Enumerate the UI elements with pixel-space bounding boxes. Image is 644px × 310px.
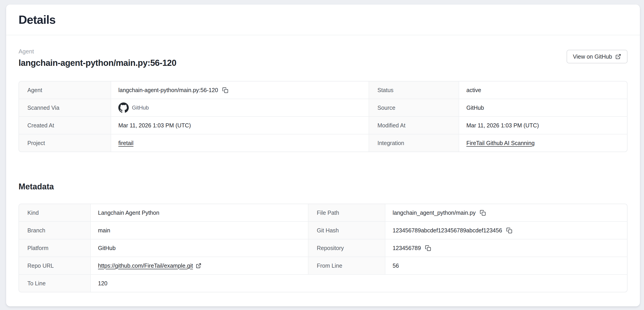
- row-value: GitHub: [132, 104, 149, 111]
- row-value-link[interactable]: FireTail Github AI Scanning: [466, 140, 535, 146]
- row-value-cell: 123456789abcdef123456789abcdef123456: [385, 222, 627, 239]
- row-label: Scanned Via: [19, 99, 111, 116]
- row-value: langchain-agent-python/main.py:56-120: [118, 87, 218, 94]
- row-value-cell: https://github.com/FireTail/example.git: [90, 257, 308, 274]
- row-label: Modified At: [368, 117, 459, 134]
- row-label: Agent: [19, 82, 111, 99]
- copy-icon[interactable]: [480, 210, 486, 216]
- row-label: From Line: [308, 257, 385, 274]
- row-value-cell: Mar 11, 2026 1:03 PM (UTC): [459, 117, 627, 134]
- row-value-cell: 56: [385, 257, 627, 274]
- row-value-cell: main: [90, 222, 308, 239]
- row-value-cell: GitHub: [459, 99, 627, 116]
- summary-row: Agent langchain-agent-python/main.py:56-…: [18, 48, 628, 68]
- row-label: File Path: [308, 204, 385, 221]
- row-value-cell: GitHub: [111, 99, 368, 116]
- row-label: To Line: [19, 275, 90, 292]
- table-row: BranchmainGit Hash123456789abcdef1234567…: [19, 221, 627, 239]
- row-value-cell: langchain-agent-python/main.py:56-120: [111, 82, 368, 99]
- view-on-github-button[interactable]: View on GitHub: [566, 50, 628, 63]
- row-value: langchain_agent_python/main.py: [392, 210, 476, 216]
- table-row: Agentlangchain-agent-python/main.py:56-1…: [19, 82, 627, 99]
- row-value: Langchain Agent Python: [98, 210, 159, 216]
- row-value: 123456789abcdef123456789abcdef123456: [392, 227, 502, 234]
- row-value-cell: 120: [90, 275, 627, 292]
- external-link-icon: [615, 54, 621, 60]
- copy-icon[interactable]: [506, 228, 512, 234]
- copy-icon[interactable]: [425, 245, 431, 251]
- table-row: Scanned ViaGitHubSourceGitHub: [19, 99, 627, 116]
- row-value-cell: FireTail Github AI Scanning: [459, 134, 627, 152]
- row-value: 120: [98, 280, 108, 287]
- row-label: Integration: [368, 134, 459, 152]
- row-value: 56: [392, 262, 399, 269]
- copy-icon[interactable]: [222, 87, 228, 93]
- row-label: Repository: [308, 240, 385, 256]
- row-value: active: [466, 87, 481, 94]
- agent-summary: Agent langchain-agent-python/main.py:56-…: [18, 48, 176, 68]
- table-row: KindLangchain Agent PythonFile Pathlangc…: [19, 204, 627, 221]
- table-row: Repo URLhttps://github.com/FireTail/exam…: [19, 256, 627, 274]
- page-title: Details: [18, 13, 56, 26]
- metadata-heading: Metadata: [18, 182, 628, 192]
- row-value: Mar 11, 2026 1:03 PM (UTC): [118, 122, 191, 129]
- row-value-cell: 123456789: [385, 240, 627, 256]
- row-label: Branch: [19, 222, 90, 239]
- row-value-link[interactable]: https://github.com/FireTail/example.git: [98, 262, 202, 269]
- row-label: Git Hash: [308, 222, 385, 239]
- row-value: GitHub: [466, 104, 484, 111]
- row-label: Created At: [19, 117, 111, 134]
- row-label: Repo URL: [19, 257, 90, 274]
- row-value: Mar 11, 2026 1:03 PM (UTC): [466, 122, 539, 129]
- agent-name: langchain-agent-python/main.py:56-120: [18, 58, 176, 68]
- row-value-cell: firetail: [111, 134, 368, 152]
- row-label: Status: [368, 82, 459, 99]
- table-row: Created AtMar 11, 2026 1:03 PM (UTC)Modi…: [19, 116, 627, 134]
- row-value-cell: active: [459, 82, 627, 99]
- view-on-github-label: View on GitHub: [573, 54, 612, 60]
- metadata-table: KindLangchain Agent PythonFile Pathlangc…: [18, 204, 628, 292]
- row-value-cell: GitHub: [90, 240, 308, 256]
- github-icon: [118, 102, 129, 113]
- card-header: Details: [6, 4, 640, 35]
- row-label: Source: [368, 99, 459, 116]
- row-value-link[interactable]: firetail: [118, 140, 134, 146]
- row-value: 123456789: [392, 245, 421, 252]
- row-label: Kind: [19, 204, 90, 221]
- row-value-cell: Mar 11, 2026 1:03 PM (UTC): [111, 117, 368, 134]
- external-link-icon: [196, 263, 202, 268]
- details-card: Details Agent langchain-agent-python/mai…: [6, 4, 640, 306]
- row-label: Project: [19, 134, 111, 152]
- row-value: GitHub: [98, 245, 116, 252]
- table-row: To Line120: [19, 274, 627, 292]
- row-value-cell: langchain_agent_python/main.py: [385, 204, 627, 221]
- card-content: Agent langchain-agent-python/main.py:56-…: [6, 48, 640, 292]
- table-row: ProjectfiretailIntegrationFireTail Githu…: [19, 134, 627, 152]
- agent-field-label: Agent: [18, 48, 176, 55]
- details-table: Agentlangchain-agent-python/main.py:56-1…: [18, 81, 628, 152]
- table-row: PlatformGitHubRepository123456789: [19, 239, 627, 256]
- row-label: Platform: [19, 240, 90, 256]
- row-value-cell: Langchain Agent Python: [90, 204, 308, 221]
- row-value: main: [98, 227, 110, 234]
